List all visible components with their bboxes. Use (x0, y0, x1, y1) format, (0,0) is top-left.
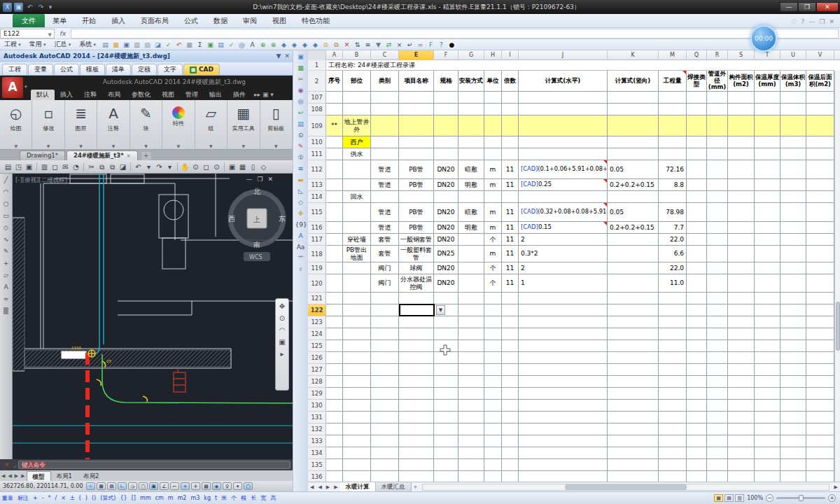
cell-U112[interactable] (780, 160, 806, 179)
cell-A136[interactable] (326, 471, 343, 482)
cell-B118[interactable]: PB管出地面 (343, 246, 371, 262)
ribbon-right-icon-3[interactable]: ❐ (819, 18, 825, 25)
formula-item-长[interactable]: 长 (248, 494, 258, 502)
cell-C112[interactable]: 管道 (371, 160, 399, 179)
cell-K131[interactable] (608, 412, 659, 424)
cell-H121[interactable] (484, 293, 502, 304)
cell-J131[interactable] (519, 412, 608, 424)
row-number[interactable]: 109 (308, 115, 326, 136)
cell-A111[interactable] (326, 148, 343, 160)
cad-ribbon-tab-注释[interactable]: 注释 (78, 90, 102, 100)
cell-F134[interactable] (434, 447, 458, 459)
autocad-logo[interactable]: A (2, 77, 23, 98)
cad-quick-icon-16[interactable]: ↷ (154, 162, 164, 172)
cell-M123[interactable] (659, 316, 687, 328)
cell-E112[interactable]: PB管 (399, 160, 434, 179)
status-toggle-9[interactable]: + (181, 482, 190, 490)
cell-R130[interactable] (707, 400, 728, 412)
cell-I123[interactable] (502, 316, 519, 328)
cad-ribbon-tab-默认[interactable]: 默认 (31, 90, 55, 100)
column-header-U[interactable]: U (780, 50, 806, 60)
cell-S118[interactable] (728, 246, 755, 262)
cell-G122[interactable] (458, 304, 484, 316)
eye-icon[interactable]: ◉ (295, 85, 307, 96)
cell-H113[interactable]: m (484, 179, 502, 191)
formula-item-重量[interactable]: 重量 (0, 494, 15, 502)
column-header-B[interactable]: B (343, 50, 371, 60)
cell-I107[interactable] (502, 92, 519, 104)
cad-ribbon-tab-输出[interactable]: 输出 (204, 90, 227, 100)
cell-U110[interactable] (780, 136, 806, 148)
cell-M133[interactable] (659, 435, 687, 447)
layout-nav-3[interactable]: ▶ (20, 473, 26, 479)
cell-K133[interactable] (608, 435, 659, 447)
cell-V125[interactable] (806, 340, 834, 352)
cell-J120[interactable]: 1 (519, 274, 608, 293)
formula-item-m2[interactable]: m2 (175, 495, 188, 501)
cell-K134[interactable] (608, 447, 659, 459)
cell-S128[interactable] (728, 376, 755, 388)
cell-G126[interactable] (458, 352, 484, 364)
cell-H129[interactable] (484, 388, 502, 400)
cell-V116[interactable] (806, 222, 834, 234)
cell-I121[interactable] (502, 293, 519, 304)
cell-B131[interactable] (343, 412, 371, 424)
cell-G108[interactable] (458, 104, 484, 115)
cell-F114[interactable] (434, 191, 458, 203)
cell-T129[interactable] (755, 388, 780, 400)
cell-A127[interactable] (326, 364, 343, 376)
cell-A120[interactable] (326, 274, 343, 293)
cell-T118[interactable] (755, 246, 780, 262)
cell-U132[interactable] (780, 424, 806, 435)
status-toggle-5[interactable]: ▢ (139, 482, 148, 490)
vertical-scrollbar-thumb[interactable] (836, 302, 840, 351)
cell-A115[interactable] (326, 203, 343, 222)
cell-I115[interactable]: 11 (502, 203, 519, 222)
navbar-icon-0[interactable]: ✥ (279, 302, 285, 310)
cell-H135[interactable] (484, 459, 502, 471)
cell-M118[interactable]: 6.6 (659, 246, 687, 262)
cell-B130[interactable] (343, 400, 371, 412)
formula-item-(算式)[interactable]: (算式) (98, 494, 118, 502)
cell-S114[interactable] (728, 191, 755, 203)
draw-tool-icon-2[interactable]: ○ (1, 200, 11, 209)
doc-tab-24#楼暖施新_t3*[interactable]: 24#楼暖施新_t3*✕ (66, 150, 138, 160)
cell-K136[interactable] (608, 471, 659, 482)
group-panel[interactable]: ▱组▼ (195, 100, 227, 149)
text-a-icon[interactable]: A (295, 231, 307, 241)
cell-M116[interactable]: 7.7 (659, 222, 687, 234)
cell-S130[interactable] (728, 400, 755, 412)
cad-canvas[interactable]: ╱◠○▭◇∿✎+▱A≈▒ (0, 174, 293, 459)
cell-S115[interactable] (728, 203, 755, 222)
row-number[interactable]: 129 (308, 388, 326, 400)
cell-J133[interactable] (519, 435, 608, 447)
cell-H109[interactable] (484, 115, 502, 136)
cell-U118[interactable] (780, 246, 806, 262)
print-icon[interactable]: ▥ (132, 41, 141, 49)
layout-nav-1[interactable]: ◀ (6, 473, 13, 479)
cell-E120[interactable]: 分水器处温控阀 (399, 274, 434, 293)
cell-F109[interactable] (434, 115, 458, 136)
new-file-icon[interactable]: ▤ (101, 41, 110, 49)
cell-M131[interactable] (659, 412, 687, 424)
formula-item-±[interactable]: ± (68, 495, 77, 501)
row-number[interactable]: 112 (308, 160, 326, 179)
cad-quick-icon-11[interactable]: ⧉ (107, 162, 118, 172)
status-toggle-13[interactable]: ♀ (223, 482, 232, 490)
cad-quick-icon-24[interactable]: ▣ (227, 162, 237, 172)
cell-J115[interactable]: [CAD](0.32+0.08+0.08+5.91+0.08+0.08+0.58… (519, 203, 608, 222)
cell-J111[interactable] (519, 148, 608, 160)
cell-G113[interactable]: 明敷 (458, 179, 484, 191)
row-number[interactable]: 130 (308, 400, 326, 412)
draw-tool-icon-6[interactable]: ✎ (1, 247, 11, 256)
ribbon-tab-菜单[interactable]: 菜单 (45, 14, 74, 27)
cell-A135[interactable] (326, 459, 343, 471)
undo-icon[interactable]: ↶ (25, 3, 34, 12)
cell-C134[interactable] (371, 447, 399, 459)
cell-B110[interactable]: 西户 (343, 136, 371, 148)
cell-B126[interactable] (343, 352, 371, 364)
cell-R110[interactable] (707, 136, 728, 148)
cell-U129[interactable] (780, 388, 806, 400)
cell-F124[interactable] (434, 328, 458, 340)
cell-Q115[interactable] (687, 203, 707, 222)
